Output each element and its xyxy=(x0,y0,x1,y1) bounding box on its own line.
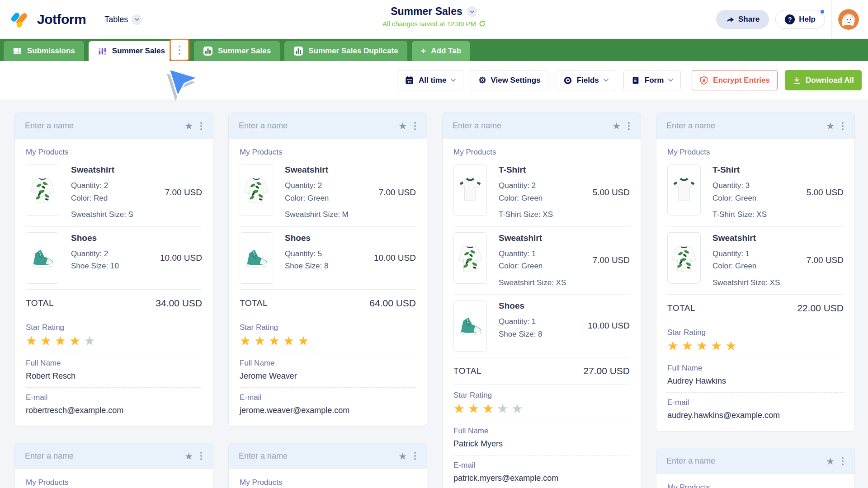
share-icon xyxy=(726,15,734,24)
product-thumbnail[interactable] xyxy=(667,164,701,216)
card-menu-icon[interactable] xyxy=(841,455,844,467)
star-rating: ★★★★★ xyxy=(240,335,416,347)
card-name-input[interactable]: Enter a name xyxy=(666,121,820,131)
add-tab-button[interactable]: + Add Tab xyxy=(412,41,470,61)
card-name-input[interactable]: Enter a name xyxy=(239,121,392,131)
product-thumbnail[interactable] xyxy=(453,232,487,284)
product-switcher[interactable]: Tables xyxy=(104,14,142,25)
email-section: E-mailpatrick.myers@example.com xyxy=(453,455,630,488)
submission-card[interactable]: Enter a name★My ProductsT-Shirt xyxy=(14,443,213,488)
card-name-input[interactable]: Enter a name xyxy=(666,456,820,466)
favorite-star-icon[interactable]: ★ xyxy=(184,451,193,461)
tab-summer-sales-duplicate[interactable]: Summer Sales Duplicate xyxy=(284,41,407,61)
favorite-star-icon[interactable]: ★ xyxy=(826,121,835,131)
help-button[interactable]: ? Help xyxy=(775,10,825,29)
card-menu-icon[interactable] xyxy=(199,450,203,462)
star-icon[interactable]: ★ xyxy=(283,334,294,348)
star-icon[interactable]: ★ xyxy=(453,402,465,416)
card-menu-icon[interactable] xyxy=(413,120,417,132)
star-icon[interactable]: ★ xyxy=(511,402,523,416)
star-icon[interactable]: ★ xyxy=(26,334,37,348)
avatar[interactable] xyxy=(838,9,859,30)
tshirt-image xyxy=(670,171,698,208)
tab-summer-sales-report[interactable]: Summer Sales xyxy=(194,41,280,61)
product-info: SweatshirtQuantity: 1Color: GreenSweatsh… xyxy=(712,232,780,289)
product-thumbnail[interactable] xyxy=(453,300,487,352)
star-icon[interactable]: ★ xyxy=(254,334,265,348)
card-menu-icon[interactable] xyxy=(199,120,203,132)
encrypt-entries-button[interactable]: Encrypt Entries xyxy=(692,70,778,90)
star-rating: ★★★★★ xyxy=(453,403,630,415)
shoes-image xyxy=(456,307,484,344)
star-icon[interactable]: ★ xyxy=(40,334,52,348)
star-icon[interactable]: ★ xyxy=(240,334,251,348)
product-thumbnail[interactable] xyxy=(240,232,273,284)
product-price: 7.00 USD xyxy=(165,188,202,197)
favorite-star-icon[interactable]: ★ xyxy=(398,121,407,131)
favorite-star-icon[interactable]: ★ xyxy=(612,121,621,131)
submission-card[interactable]: Enter a name★My ProductsSweatshirtQuanti… xyxy=(14,113,213,427)
card-name-input[interactable]: Enter a name xyxy=(453,121,606,131)
form-label: Form xyxy=(645,76,664,85)
card-menu-icon[interactable] xyxy=(627,120,631,132)
submission-card[interactable]: Enter a name★My ProductsSweatshirtQuanti… xyxy=(228,113,427,427)
view-settings-button[interactable]: ⚙ View Settings xyxy=(471,70,548,90)
favorite-star-icon[interactable]: ★ xyxy=(398,451,407,461)
products-label: My Products xyxy=(667,139,844,159)
favorite-star-icon[interactable]: ★ xyxy=(184,121,193,131)
tab-summer-sales-active[interactable]: Summer Sales xyxy=(89,41,170,61)
star-icon[interactable]: ★ xyxy=(84,334,95,348)
product-thumbnail[interactable] xyxy=(240,164,273,216)
submission-card[interactable]: Enter a name★My Products xyxy=(656,448,855,488)
download-all-button[interactable]: Download All xyxy=(785,70,862,90)
product-row: SweatshirtQuantity: 2Color: GreenSweatsh… xyxy=(240,159,416,226)
star-icon[interactable]: ★ xyxy=(69,334,80,348)
product-price: 10.00 USD xyxy=(374,253,416,263)
star-icon[interactable]: ★ xyxy=(468,402,479,416)
tab-submissions[interactable]: Submissions xyxy=(4,41,84,61)
star-rating-label: Star Rating xyxy=(26,323,202,332)
star-icon[interactable]: ★ xyxy=(667,339,679,353)
full-name-value: Audrey Hawkins xyxy=(667,376,844,386)
fields-button[interactable]: Fields xyxy=(556,70,616,90)
star-icon[interactable]: ★ xyxy=(55,334,66,348)
star-icon[interactable]: ★ xyxy=(297,334,309,348)
card-name-input[interactable]: Enter a name xyxy=(25,121,178,131)
product-size: T-Shirt Size: XS xyxy=(499,208,553,221)
refresh-icon[interactable] xyxy=(479,20,486,27)
card-body: My ProductsSweatshirtQuantity: 2Color: G… xyxy=(229,139,427,426)
product-thumbnail[interactable] xyxy=(26,164,59,216)
card-name-input[interactable]: Enter a name xyxy=(25,451,178,461)
product-thumbnail[interactable] xyxy=(453,164,487,216)
product-detail: Quantity: 1 xyxy=(499,315,542,328)
submission-card[interactable]: Enter a name★My ProductsT-ShirtQuantity:… xyxy=(442,113,641,488)
jotform-logo-icon[interactable] xyxy=(11,9,31,29)
card-menu-icon[interactable] xyxy=(841,120,844,132)
favorite-star-icon[interactable]: ★ xyxy=(826,456,835,466)
product-row: ShoesQuantity: 5Shoe Size: 810.00 USD xyxy=(240,226,416,289)
star-icon[interactable]: ★ xyxy=(711,339,722,353)
star-icon[interactable]: ★ xyxy=(497,402,508,416)
star-icon[interactable]: ★ xyxy=(696,339,708,353)
product-thumbnail[interactable] xyxy=(26,232,59,284)
svg-text:10: 10 xyxy=(407,80,412,84)
all-time-filter-button[interactable]: 10 All time xyxy=(397,70,463,90)
product-detail: Shoe Size: 8 xyxy=(285,260,328,272)
product-thumbnail[interactable] xyxy=(667,232,701,284)
star-icon[interactable]: ★ xyxy=(269,334,280,348)
star-icon[interactable]: ★ xyxy=(682,339,693,353)
total-value: 34.00 USD xyxy=(156,298,202,309)
share-button[interactable]: Share xyxy=(716,10,769,29)
star-icon[interactable]: ★ xyxy=(482,402,494,416)
card-menu-icon[interactable] xyxy=(413,450,417,462)
star-icon[interactable]: ★ xyxy=(725,339,736,353)
title-chevron-icon[interactable] xyxy=(467,6,477,17)
submission-card[interactable]: Enter a name★My ProductsT-ShirtQuantity:… xyxy=(656,113,855,432)
download-all-label: Download All xyxy=(806,76,854,85)
tab-options-menu-highlighted[interactable] xyxy=(170,39,189,61)
product-price: 7.00 USD xyxy=(593,255,630,265)
submission-card[interactable]: Enter a name★My ProductsT-Shirt xyxy=(228,443,427,488)
form-button[interactable]: Form xyxy=(623,70,681,90)
header-right-divider xyxy=(831,0,832,39)
card-name-input[interactable]: Enter a name xyxy=(239,451,392,461)
